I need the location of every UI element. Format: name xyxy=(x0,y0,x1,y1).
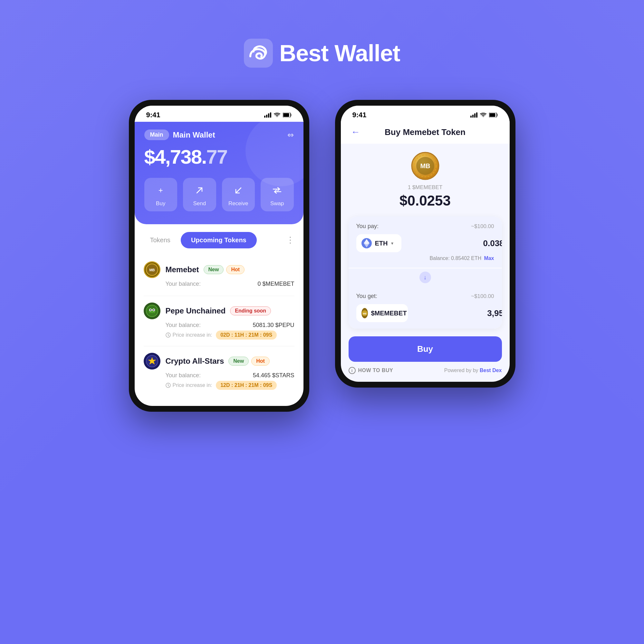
token-icon-large: MB xyxy=(341,151,510,180)
buy-action-btn[interactable]: + Buy xyxy=(144,178,178,211)
allstars-badge-hot: Hot xyxy=(251,357,270,366)
swap-action-icon xyxy=(270,184,284,197)
battery-icon-right xyxy=(489,113,498,117)
form-get-label-row: You get: ~$100.00 xyxy=(356,293,494,300)
tab-upcoming[interactable]: Upcoming Tokens xyxy=(181,232,257,248)
memebet-name: Memebet xyxy=(166,265,199,274)
currency-chevron-icon: ▾ xyxy=(391,241,393,246)
allstars-balance-label: Your balance: xyxy=(166,372,201,379)
pay-label: You pay: xyxy=(356,223,379,230)
pay-approx: ~$100.00 xyxy=(471,223,494,230)
pepe-price-row: Price increase in: 02D : 11H : 21M : 09S xyxy=(166,331,294,340)
pepe-countdown: 02D : 11H : 21M : 09S xyxy=(216,331,277,340)
memebet-badge-new: New xyxy=(204,265,224,274)
battery-icon xyxy=(283,113,292,117)
token-row-top-pepe: Pepe Unchained Ending soon xyxy=(144,303,294,319)
form-get-input-row: MB $MEMEBET xyxy=(356,304,494,322)
form-section-pay: You pay: ~$100.00 xyxy=(349,216,502,268)
allstars-logo xyxy=(144,353,160,370)
left-status-bar: 9:41 xyxy=(135,106,303,122)
wifi-icon-right xyxy=(480,113,486,118)
app-header: Best Wallet xyxy=(244,39,400,68)
send-action-icon xyxy=(193,184,206,197)
tab-more-icon[interactable]: ⋮ xyxy=(286,235,294,245)
token-price-value: $0.0253 xyxy=(341,193,510,209)
allstars-price-label: Price increase in: xyxy=(166,382,212,388)
pepe-badge-ending: Ending soon xyxy=(230,306,271,315)
back-button[interactable]: ← xyxy=(351,127,360,137)
svg-line-26 xyxy=(168,386,169,386)
svg-line-8 xyxy=(236,188,241,193)
app-title: Best Wallet xyxy=(279,40,400,66)
clock-icon-2 xyxy=(166,383,171,388)
left-time: 9:41 xyxy=(146,111,160,119)
token-row-top-allstars: Crypto All-Stars New Hot xyxy=(144,353,294,370)
powered-by-label: Powered by xyxy=(444,368,472,373)
svg-rect-4 xyxy=(270,112,271,118)
memebet-badges: New Hot xyxy=(204,265,245,274)
pepe-badges: Ending soon xyxy=(230,306,271,315)
right-status-bar: 9:41 xyxy=(341,106,510,122)
svg-point-17 xyxy=(150,309,151,311)
arrow-down-icon: ↓ xyxy=(419,272,431,283)
get-approx: ~$100.00 xyxy=(471,293,494,300)
how-to-buy-left[interactable]: i HOW TO BUY xyxy=(349,367,393,374)
memebet-logo-small: MB xyxy=(144,261,160,278)
balance-cents: 77 xyxy=(206,146,227,168)
swap-direction-divider: ↓ xyxy=(349,268,502,286)
get-amount-input[interactable] xyxy=(412,306,502,321)
left-phone-screen: 9:41 xyxy=(135,106,303,406)
memebet-balance-label: Your balance: xyxy=(166,281,201,287)
buy-action-label: Buy xyxy=(156,200,165,207)
svg-rect-28 xyxy=(472,115,474,118)
pepe-name: Pepe Unchained xyxy=(166,306,226,315)
token-item-pepe[interactable]: Pepe Unchained Ending soon Your balance:… xyxy=(144,296,294,346)
currency-selector-eth[interactable]: ETH ▾ xyxy=(356,234,401,252)
page-wrapper: Best Wallet 9:41 xyxy=(0,0,644,644)
token-item-allstars[interactable]: Crypto All-Stars New Hot Your balance: 5… xyxy=(144,346,294,396)
receive-action-label: Receive xyxy=(228,200,248,207)
wallet-header: Main Main Wallet ⇔ $4,738.77 + Buy xyxy=(135,122,303,224)
allstars-countdown: 12D : 21H : 21M : 09S xyxy=(216,381,277,390)
token-list: MB Memebet New Hot Your balance: 0 $ME xyxy=(135,252,303,406)
pepe-price-label: Price increase in: xyxy=(166,332,212,338)
svg-text:MB: MB xyxy=(420,162,430,169)
svg-text:MB: MB xyxy=(149,268,155,272)
send-action-btn[interactable]: Send xyxy=(183,178,216,211)
info-icon: i xyxy=(349,367,356,374)
balance-row: Balance: 0.85402 ETH Max xyxy=(356,255,494,261)
memebet-coin-icon: MB xyxy=(411,151,440,180)
wallet-expand-icon[interactable]: ⇔ xyxy=(287,130,294,139)
memebet-balance-row: Your balance: 0 $MEMEBET xyxy=(166,281,294,287)
token-price-section: 1 $MEMEBET $0.0253 xyxy=(341,184,510,209)
token-item-memebet[interactable]: MB Memebet New Hot Your balance: 0 $ME xyxy=(144,255,294,296)
max-button[interactable]: Max xyxy=(484,255,494,261)
form-pay-input-row: ETH ▾ xyxy=(356,234,494,252)
allstars-balance-row: Your balance: 54.465 $STARS xyxy=(166,372,294,379)
buy-submit-button[interactable]: Buy xyxy=(349,336,502,362)
currency-selector-memebet[interactable]: MB $MEMEBET xyxy=(356,304,408,322)
wallet-name: Main Wallet xyxy=(173,130,215,139)
receive-action-btn[interactable]: Receive xyxy=(222,178,255,211)
svg-rect-32 xyxy=(489,113,495,117)
powered-by-name: Best Dex xyxy=(480,368,502,373)
right-phone: 9:41 xyxy=(335,100,515,388)
phones-container: 9:41 xyxy=(129,100,515,412)
allstars-price-row: Price increase in: 12D : 21H : 21M : 09S xyxy=(166,381,294,390)
svg-rect-29 xyxy=(474,113,476,118)
pay-amount-input[interactable] xyxy=(405,236,502,251)
allstars-name: Crypto All-Stars xyxy=(166,357,224,366)
wallet-balance: $4,738.77 xyxy=(144,145,294,168)
swap-action-btn[interactable]: Swap xyxy=(261,178,294,211)
swap-action-label: Swap xyxy=(270,200,284,207)
balance-text: Balance: 0.85402 ETH xyxy=(429,255,481,261)
memebet-logo-small-buy: MB xyxy=(361,308,368,318)
tab-tokens[interactable]: Tokens xyxy=(144,233,177,248)
how-to-buy-text: HOW TO BUY xyxy=(358,368,393,373)
svg-rect-6 xyxy=(283,113,289,117)
eth-logo xyxy=(361,238,372,248)
left-phone: 9:41 xyxy=(129,100,309,412)
svg-point-18 xyxy=(153,309,154,311)
memebet-balance-value: 0 $MEMEBET xyxy=(257,281,294,287)
balance-main: $4,738. xyxy=(144,146,207,168)
